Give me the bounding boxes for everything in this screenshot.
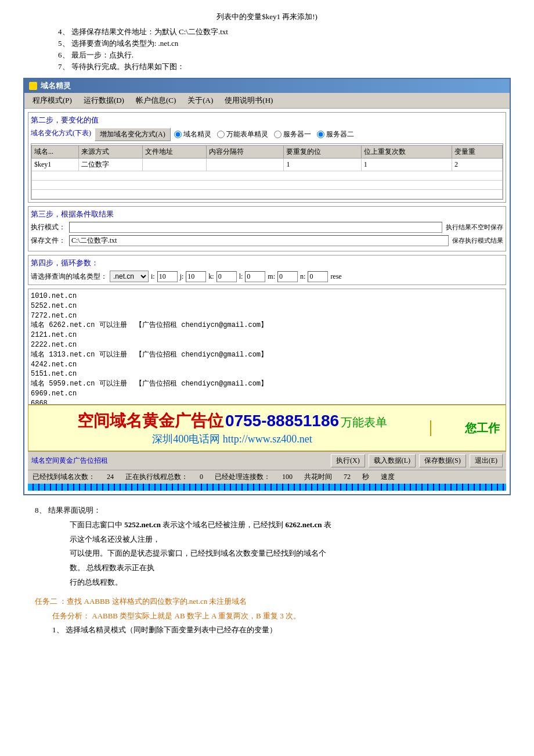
ad-right-text: 您工作 bbox=[430, 420, 500, 436]
param-rese-label: rese bbox=[330, 272, 341, 281]
intro-title: 列表中的变量$key1 再来添加!) bbox=[23, 12, 511, 22]
load-data-button[interactable]: 载入数据(L) bbox=[369, 454, 416, 467]
radio-group: 域名精灵 万能表单精灵 服务器一 服务器二 bbox=[174, 129, 354, 139]
log-area: 1010.net.cn 5252.net.cn 7272.net.cn 域名 6… bbox=[28, 289, 506, 405]
ad-brand: 万能表单 bbox=[341, 416, 387, 429]
after-line-1: 下面日志窗口中 5252.net.cn 表示这个域名已经被注册，已经找到 626… bbox=[70, 519, 499, 531]
ad-sub-text: 深圳400电话网 http://www.sz400.net bbox=[34, 432, 430, 446]
running-label: 正在执行线程总数： bbox=[125, 472, 188, 482]
menu-account[interactable]: 帐户信息(C) bbox=[130, 94, 182, 107]
param-n-label: n: bbox=[300, 272, 305, 281]
save-data-button[interactable]: 保存数据(S) bbox=[419, 454, 466, 467]
param-m-input[interactable] bbox=[277, 271, 298, 282]
param-n-input[interactable] bbox=[308, 271, 328, 282]
task2-section: 任务二 ：查找 AABBB 这样格式的四位数字的.net.cn 未注册域名 任务… bbox=[35, 596, 499, 636]
log-line-10: 域名 5959.net.cn 可以注册 【广告位招租 chendiycn@gma… bbox=[31, 379, 503, 389]
found-value: 24 bbox=[107, 473, 114, 481]
ad-right-label: 您工作 bbox=[465, 422, 500, 434]
col-file: 文件地址 bbox=[143, 146, 207, 159]
domain-type-select[interactable]: .net.cn .com.cn .cn .com .net bbox=[110, 271, 149, 282]
save-right-label: 保存执行模式结果 bbox=[452, 236, 503, 245]
param-l-input[interactable] bbox=[245, 271, 265, 282]
intro-steps: 4、 选择保存结果文件地址：为默认 C:\二位数字.txt 5、 选择要查询的域… bbox=[58, 27, 511, 72]
menu-program[interactable]: 程序模式(P) bbox=[27, 94, 78, 107]
exec-mode-input[interactable] bbox=[69, 222, 442, 233]
table-row-empty3 bbox=[32, 190, 503, 199]
param-j-label: j: bbox=[180, 272, 184, 281]
window-title: 域名精灵 bbox=[41, 81, 71, 91]
menu-about[interactable]: 关于(A) bbox=[182, 94, 219, 107]
log-line-12: 6868 bbox=[31, 399, 503, 405]
radio-table-wizard[interactable]: 万能表单精灵 bbox=[217, 129, 268, 139]
param-k-label: k: bbox=[208, 272, 214, 281]
save-file-label: 保存文件： bbox=[31, 236, 66, 246]
col-sep: 内容分隔符 bbox=[207, 146, 284, 159]
menu-help[interactable]: 使用说明书(H) bbox=[219, 94, 279, 107]
add-variation-button[interactable]: 增加域名变化方式(A) bbox=[95, 128, 171, 141]
table-row-empty2 bbox=[32, 181, 503, 190]
section8-title: 8、 结果界面说明： bbox=[35, 505, 499, 517]
main-window: 域名精灵 程序模式(P) 运行数据(D) 帐户信息(C) 关于(A) 使用说明书… bbox=[23, 78, 511, 495]
table-row: $key1 二位数字 1 1 2 bbox=[32, 159, 503, 171]
task2-analysis: 任务分析： AABBB 类型实际上就是 AB 数字上 A 重复两次，B 重复 3… bbox=[52, 610, 499, 622]
step4-label: 第四步，循环参数： bbox=[31, 258, 503, 268]
time-unit: 秒 bbox=[362, 472, 369, 482]
cell-sep bbox=[207, 159, 284, 171]
exec-mode-label: 执行模式： bbox=[31, 222, 66, 232]
exec-button[interactable]: 执行(X) bbox=[331, 454, 365, 467]
save-file-row: 保存文件： 保存执行模式结果 bbox=[31, 235, 503, 246]
ad-link[interactable]: 域名空间黄金广告位招租 bbox=[31, 456, 108, 466]
window-body: 第二步，要变化的值 域名变化方式(下表) 增加域名变化方式(A) 域名精灵 万能… bbox=[24, 109, 510, 494]
log-line-9: 5151.net.cn bbox=[31, 369, 503, 379]
save-file-input[interactable] bbox=[69, 235, 449, 246]
exit-button[interactable]: 退出(E) bbox=[470, 454, 503, 467]
step4-area: 第四步，循环参数： 请选择查询的域名类型： .net.cn .com.cn .c… bbox=[28, 255, 506, 285]
step2-area: 第二步，要变化的值 域名变化方式(下表) 增加域名变化方式(A) 域名精灵 万能… bbox=[28, 112, 506, 203]
log-line-8: 4242.net.cn bbox=[31, 360, 503, 370]
after-line-5: 行的总线程数。 bbox=[70, 577, 499, 589]
col-var: 变量重 bbox=[452, 146, 503, 159]
ad-main-text1: 空间域名黄金广告位 bbox=[77, 412, 223, 430]
cell-repeat-pos: 1 bbox=[284, 159, 361, 171]
radio-server2[interactable]: 服务器二 bbox=[317, 129, 354, 139]
speed-label: 速度 bbox=[381, 472, 395, 482]
cell-source: 二位数字 bbox=[79, 159, 143, 171]
intro-step-4: 4、 选择保存结果文件地址：为默认 C:\二位数字.txt bbox=[58, 27, 511, 37]
ad-banner: 空间域名黄金广告位 0755-88851186 万能表单 深圳400电话网 ht… bbox=[28, 405, 506, 451]
menubar: 程序模式(P) 运行数据(D) 帐户信息(C) 关于(A) 使用说明书(H) bbox=[24, 93, 510, 109]
step3-label: 第三步，根据条件取结果 bbox=[31, 209, 503, 219]
progress-fill bbox=[28, 484, 506, 491]
radio-server1[interactable]: 服务器一 bbox=[274, 129, 311, 139]
intro-step-6: 6、 最后一步：点执行. bbox=[58, 50, 511, 60]
step2-top: 域名变化方式(下表) 增加域名变化方式(A) 域名精灵 万能表单精灵 bbox=[31, 128, 503, 141]
ad-left: 空间域名黄金广告位 0755-88851186 万能表单 深圳400电话网 ht… bbox=[34, 410, 430, 446]
ad-phone: 0755-88851186 bbox=[225, 412, 339, 430]
status-bar: 已经找到域名次数： 24 正在执行线程总数： 0 已经处理连接数： 100 共花… bbox=[28, 470, 506, 484]
after-line-4: 数。 总线程数表示正在执 bbox=[70, 562, 499, 574]
variable-table-container: 域名... 来源方式 文件地址 内容分隔符 要重复的位 位上重复次数 变量重 bbox=[31, 143, 503, 200]
step2-sub-label: 域名变化方式(下表) bbox=[31, 128, 91, 138]
time-label: 共花时间 bbox=[304, 472, 332, 482]
log-line-3: 7272.net.cn bbox=[31, 311, 503, 321]
param-k-input[interactable] bbox=[217, 271, 237, 282]
log-line-1: 1010.net.cn bbox=[31, 291, 503, 301]
found-label: 已经找到域名次数： bbox=[33, 472, 95, 482]
menu-rundata[interactable]: 运行数据(D) bbox=[78, 94, 130, 107]
cell-domain: $key1 bbox=[32, 159, 79, 171]
col-domain: 域名... bbox=[32, 146, 79, 159]
param-i-label: i: bbox=[151, 272, 155, 281]
log-line-5: 2121.net.cn bbox=[31, 330, 503, 340]
after-line-2: 示这个域名还没被人注册， bbox=[70, 534, 499, 546]
window-titlebar: 域名精灵 bbox=[24, 79, 510, 93]
cell-repeat-count: 1 bbox=[361, 159, 452, 171]
param-j-input[interactable] bbox=[186, 271, 206, 282]
running-value: 0 bbox=[200, 473, 203, 481]
table-row-empty1 bbox=[32, 171, 503, 181]
param-i-input[interactable] bbox=[157, 271, 178, 282]
task2-title: 任务二 ：查找 AABBB 这样格式的四位数字的.net.cn 未注册域名 bbox=[35, 596, 499, 608]
step4-row: 请选择查询的域名类型： .net.cn .com.cn .cn .com .ne… bbox=[31, 271, 503, 282]
after-content: 8、 结果界面说明： 下面日志窗口中 5252.net.cn 表示这个域名已经被… bbox=[23, 495, 511, 648]
radio-domain-wizard[interactable]: 域名精灵 bbox=[174, 129, 211, 139]
log-line-7: 域名 1313.net.cn 可以注册 【广告位招租 chendiycn@gma… bbox=[31, 350, 503, 360]
step3-area: 第三步，根据条件取结果 执行模式： 执行结果不空时保存 保存文件： 保存执行模式… bbox=[28, 206, 506, 251]
